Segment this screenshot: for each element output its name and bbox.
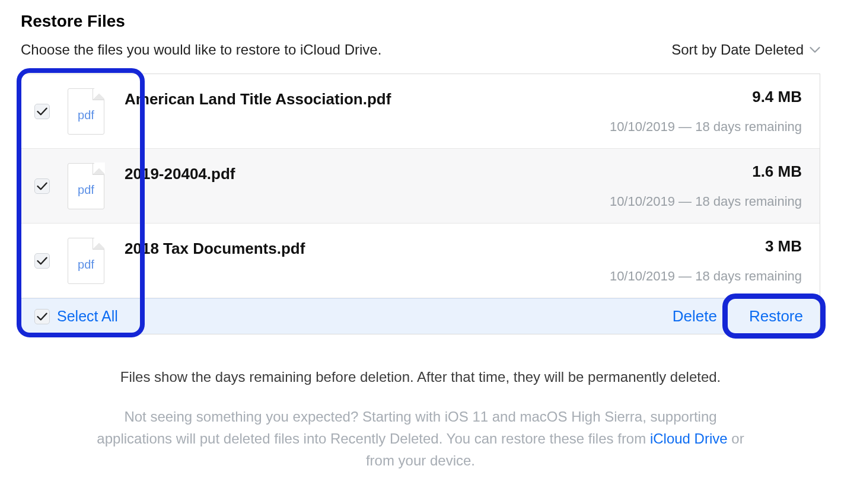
chevron-down-icon — [810, 46, 820, 53]
file-size: 3 MB — [610, 237, 802, 256]
file-checkbox[interactable] — [34, 253, 50, 269]
file-row[interactable]: pdf 2019-20404.pdf 1.6 MB 10/10/2019 — 1… — [21, 149, 820, 224]
file-row[interactable]: pdf 2018 Tax Documents.pdf 3 MB 10/10/20… — [21, 224, 820, 298]
file-size: 1.6 MB — [610, 162, 802, 181]
file-meta: 10/10/2019 — 18 days remaining — [610, 269, 802, 284]
file-row[interactable]: pdf American Land Title Association.pdf … — [21, 74, 820, 149]
file-name: American Land Title Association.pdf — [125, 90, 391, 109]
file-checkbox[interactable] — [34, 178, 50, 194]
info-secondary-text: Not seeing something you expected? Start… — [88, 406, 753, 472]
pdf-file-icon: pdf — [68, 163, 104, 209]
footer-bar: Select All Delete Restore — [21, 298, 820, 334]
info-primary-text: Files show the days remaining before del… — [62, 369, 779, 385]
file-meta: 10/10/2019 — 18 days remaining — [610, 194, 802, 209]
file-name: 2018 Tax Documents.pdf — [125, 240, 305, 258]
pdf-file-icon: pdf — [68, 238, 104, 284]
file-meta: 10/10/2019 — 18 days remaining — [610, 119, 802, 135]
select-all-control[interactable]: Select All — [34, 308, 118, 325]
info-block: Files show the days remaining before del… — [21, 369, 820, 472]
check-icon — [37, 257, 47, 265]
check-icon — [37, 312, 47, 321]
subtitle: Choose the files you would like to resto… — [21, 42, 381, 58]
sort-label: Sort by Date Deleted — [671, 42, 804, 58]
select-all-checkbox[interactable] — [34, 309, 50, 324]
subheader: Choose the files you would like to resto… — [21, 42, 820, 58]
file-checkbox[interactable] — [34, 104, 50, 119]
pdf-file-icon: pdf — [68, 88, 104, 135]
icloud-drive-link[interactable]: iCloud Drive — [650, 430, 728, 446]
check-icon — [37, 107, 47, 116]
file-list: pdf American Land Title Association.pdf … — [21, 74, 820, 334]
delete-button[interactable]: Delete — [673, 307, 717, 326]
page-title: Restore Files — [21, 12, 820, 31]
file-name: 2019-20404.pdf — [125, 165, 235, 183]
check-icon — [37, 182, 47, 190]
sort-dropdown[interactable]: Sort by Date Deleted — [671, 42, 820, 58]
file-size: 9.4 MB — [610, 88, 802, 106]
select-all-label: Select All — [57, 308, 118, 325]
restore-button[interactable]: Restore — [749, 307, 803, 326]
